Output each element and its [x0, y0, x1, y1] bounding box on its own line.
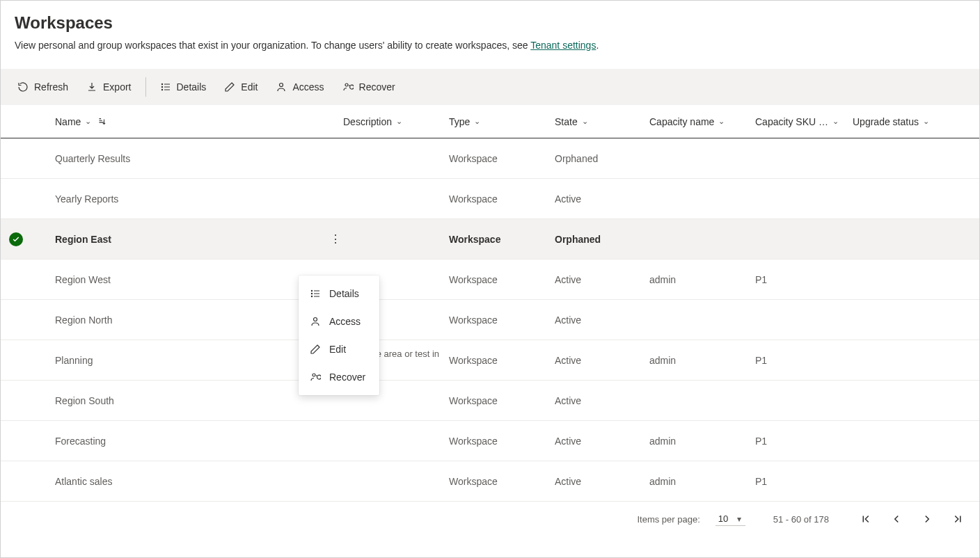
svg-point-9: [313, 374, 315, 376]
details-label: Details: [177, 81, 207, 93]
chevron-right-icon: [921, 513, 933, 525]
chevron-down-icon: ⌄: [85, 117, 91, 126]
last-page-button[interactable]: [949, 510, 967, 528]
column-header-name[interactable]: Name ⌄: [51, 116, 343, 127]
row-type: Workspace: [449, 476, 555, 487]
details-button[interactable]: Details: [153, 77, 214, 97]
row-state: Orphaned: [555, 234, 649, 245]
sort-icon: [97, 117, 106, 127]
menu-item-edit[interactable]: Edit: [299, 335, 379, 363]
svg-point-2: [161, 89, 162, 90]
column-header-description-label: Description: [343, 116, 392, 127]
chevron-down-icon: ⌄: [474, 117, 480, 126]
chevron-down-icon: ⌄: [582, 117, 588, 126]
row-capacity-sku: P1: [755, 355, 853, 366]
page-title: Workspaces: [15, 13, 965, 33]
svg-point-6: [311, 293, 312, 294]
row-type: Workspace: [449, 193, 555, 205]
row-name: Region East: [55, 234, 120, 245]
table-row[interactable]: Region NorthWorkspaceActive: [1, 300, 979, 340]
row-name: Quarterly Results: [55, 153, 139, 164]
export-label: Export: [103, 81, 131, 93]
column-header-name-label: Name: [55, 116, 81, 127]
items-per-page-select[interactable]: 10: [716, 512, 745, 526]
table-row[interactable]: Quarterly ResultsWorkspaceOrphaned: [1, 138, 979, 179]
svg-point-0: [161, 83, 162, 84]
table-row[interactable]: Region East⋮WorkspaceOrphaned: [1, 219, 979, 260]
row-name: Region South: [55, 395, 122, 406]
row-name: Yearly Reports: [55, 193, 127, 205]
toolbar: Refresh Export Details Edit Access Recov…: [1, 69, 979, 105]
row-name: Region North: [55, 314, 121, 326]
edit-label: Edit: [241, 81, 258, 93]
export-button[interactable]: Export: [79, 77, 138, 97]
column-header-description[interactable]: Description ⌄: [343, 116, 449, 127]
table-row[interactable]: Yearly ReportsWorkspaceActive: [1, 179, 979, 219]
recover-icon: [310, 372, 321, 383]
table-row[interactable]: ForecastingWorkspaceActiveadminP1: [1, 421, 979, 461]
svg-point-5: [311, 290, 312, 291]
access-label: Access: [292, 81, 324, 93]
access-button[interactable]: Access: [269, 77, 331, 97]
pencil-icon: [310, 344, 321, 355]
row-type: Workspace: [449, 274, 555, 285]
refresh-button[interactable]: Refresh: [10, 77, 75, 97]
row-type: Workspace: [449, 153, 555, 164]
column-header-state-label: State: [555, 116, 578, 127]
row-type: Workspace: [449, 355, 555, 366]
svg-point-8: [314, 318, 317, 321]
row-state: Active: [555, 314, 649, 326]
prev-page-button[interactable]: [887, 510, 906, 528]
menu-item-recover-label: Recover: [329, 372, 365, 383]
last-page-icon: [951, 513, 964, 525]
refresh-label: Refresh: [34, 81, 68, 93]
row-more-button[interactable]: ⋮: [328, 232, 343, 246]
row-state: Active: [555, 395, 649, 406]
menu-item-details-label: Details: [329, 288, 359, 299]
list-icon: [310, 288, 321, 299]
row-state: Active: [555, 274, 649, 285]
workspaces-table: Name ⌄ Description ⌄ Type ⌄ State ⌄ Capa…: [1, 105, 979, 502]
menu-item-details[interactable]: Details: [299, 280, 379, 308]
column-header-capacity-sku[interactable]: Capacity SKU … ⌄: [755, 116, 853, 127]
row-name: Region West: [55, 274, 119, 285]
column-header-capacity-name[interactable]: Capacity name ⌄: [649, 116, 755, 127]
svg-point-7: [311, 296, 312, 296]
page-description: View personal and group workspaces that …: [15, 40, 965, 69]
first-page-button[interactable]: [857, 510, 875, 528]
svg-point-3: [280, 83, 283, 87]
column-header-state[interactable]: State ⌄: [555, 116, 649, 127]
row-capacity-sku: P1: [755, 436, 853, 447]
table-row[interactable]: Region WestWorkspaceActiveadminP1: [1, 260, 979, 300]
chevron-down-icon: ⌄: [396, 117, 402, 126]
tenant-settings-link[interactable]: Tenant settings: [530, 40, 596, 51]
chevron-left-icon: [890, 513, 903, 525]
svg-point-1: [161, 86, 162, 87]
row-type: Workspace: [449, 436, 555, 447]
pencil-icon: [224, 81, 235, 93]
row-select-cell[interactable]: [9, 232, 51, 246]
table-header-row: Name ⌄ Description ⌄ Type ⌄ State ⌄ Capa…: [1, 105, 979, 138]
row-state: Active: [555, 193, 649, 205]
table-row[interactable]: PlanningorkSpace area or test in BBTWork…: [1, 340, 979, 381]
row-context-menu: Details Access Edit Recover: [299, 276, 379, 395]
chevron-down-icon: ⌄: [718, 117, 725, 126]
person-icon: [276, 81, 287, 93]
row-capacity-name: admin: [649, 274, 755, 285]
recover-button[interactable]: Recover: [335, 77, 402, 97]
row-name: Planning: [55, 355, 102, 366]
column-header-type[interactable]: Type ⌄: [449, 116, 555, 127]
row-type: Workspace: [449, 234, 555, 245]
chevron-down-icon: ⌄: [923, 117, 929, 126]
recover-icon: [342, 81, 354, 93]
chevron-down-icon: ⌄: [832, 117, 839, 126]
edit-button[interactable]: Edit: [217, 77, 264, 97]
table-row[interactable]: Atlantic salesWorkspaceActiveadminP1: [1, 461, 979, 502]
toolbar-separator: [145, 77, 146, 97]
table-row[interactable]: Region SouthWorkspaceActive: [1, 381, 979, 421]
menu-item-access[interactable]: Access: [299, 308, 379, 335]
menu-item-recover[interactable]: Recover: [299, 363, 379, 391]
next-page-button[interactable]: [918, 510, 936, 528]
column-header-upgrade-status[interactable]: Upgrade status ⌄: [853, 116, 950, 127]
page-range-label: 51 - 60 of 178: [773, 514, 829, 525]
